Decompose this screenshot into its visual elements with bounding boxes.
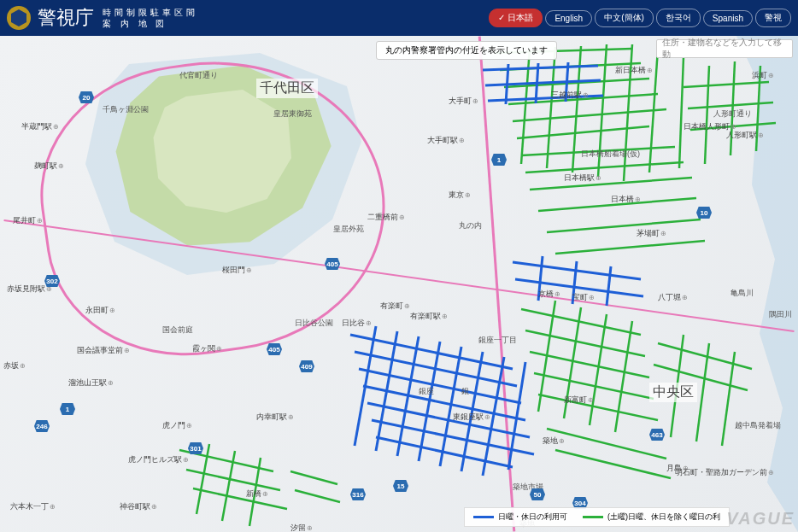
station-label: 国会議事堂前 [77,345,130,356]
station-label: 神谷町駅 [120,501,157,512]
station-label: 茅場町 [637,228,666,239]
station-label: 虎ノ門ヒルズ駅 [128,454,189,465]
place-label: 日本橋船着場(仮) [581,149,640,160]
station-label: 尾井町 [13,215,43,226]
station-label: 東京 [449,190,471,201]
place-label: 越中島発着場 [735,420,781,431]
watermark: VAGUE [726,509,795,529]
route-shield: 405 [325,258,340,270]
place-label: 国会前庭 [162,324,193,336]
station-label: 半蔵門駅 [21,121,59,132]
route-shield: 20 [79,91,94,103]
svg-line-18 [547,219,701,232]
station-label: 八丁堀 [658,292,688,303]
place-label: 銀座一丁目 [478,335,517,346]
station-label: 京橋 [538,289,560,300]
svg-line-43 [193,488,287,509]
station-label: 有楽町駅 [410,311,448,322]
station-label: 汐留 [290,523,313,532]
station-label: 日本橋人形町 [684,121,736,132]
svg-line-48 [295,490,340,502]
station-label: 新橋 [246,488,268,500]
svg-line-20 [684,82,769,87]
svg-line-42 [186,470,280,490]
svg-line-38 [722,352,735,446]
svg-line-65 [485,80,601,85]
svg-line-15 [525,162,684,172]
station-label: 明石町・聖路加ガーデン前 [675,467,774,478]
station-label: 桜田門 [222,265,252,276]
station-label: 日本橋駅 [564,172,601,184]
route-shield: 10 [696,207,712,219]
station-label: 浜町 [752,70,774,81]
station-label: 新日本橋 [615,65,653,76]
station-label: 新富町 [564,395,594,406]
station-label: 築地 [543,436,565,447]
lang-btn-4[interactable]: Spanish [703,10,753,26]
station-label: 内幸町駅 [256,412,294,423]
svg-line-74 [607,266,611,306]
map-canvas[interactable]: 千代田区中央区 皇居東御苑皇居外苑千鳥ヶ淵公園代官町通り国会前庭丸の内日本橋船着… [0,36,798,532]
app-subtitle: 時間制限駐車区間 案 内 地 図 [103,7,198,29]
svg-line-54 [372,420,534,454]
green-parking-zone-chuo [513,292,769,497]
route-shield: 301 [188,442,203,454]
station-label: 東銀座駅 [453,412,490,423]
route-shield: 50 [530,488,545,500]
route-shield: 1 [491,154,507,166]
route-shield: 316 [350,488,366,500]
place-label: 皇居東御苑 [273,108,312,120]
lang-btn-0[interactable]: ✓日本語 [489,9,543,27]
search-placeholder: 住所・建物名などを入力して移動 [662,37,787,61]
search-input[interactable]: 住所・建物名などを入力して移動 [656,39,793,58]
district-label: 中央区 [649,383,697,402]
svg-line-33 [615,321,632,432]
svg-line-16 [530,178,692,190]
place-label: 人形町通り [713,108,752,120]
station-label: 有楽町 [380,301,410,312]
route-shield: 409 [299,360,314,372]
station-label: 霞ヶ関 [192,343,222,354]
route-shield: 15 [393,480,408,492]
language-switcher: ✓日本語English中文(簡体)한국어Spanish警視 [489,9,791,27]
lang-btn-5[interactable]: 警視 [755,9,791,27]
place-label: 隅田川 [769,309,792,320]
lang-btn-1[interactable]: English [545,10,592,26]
place-label: 銀 [461,386,469,397]
station-label: 大手町駅 [427,135,465,146]
svg-line-29 [538,395,658,420]
station-label: 日本橋 [611,194,641,205]
mpd-logo [7,6,31,30]
route-shield: 463 [649,429,665,441]
station-label: 日比谷 [342,318,372,329]
svg-line-56 [355,326,376,446]
org-title: 警視庁 [38,5,94,31]
route-shield: 1 [60,403,75,415]
route-shield: 246 [34,420,50,432]
svg-line-21 [688,102,773,108]
station-label: 大手町 [449,96,478,107]
svg-line-64 [483,66,598,70]
place-label: 亀島川 [731,288,754,299]
place-label: 千鳥ヶ淵公園 [103,104,149,115]
station-label: 虎ノ門 [162,420,192,431]
svg-line-57 [376,331,397,451]
area-notice: 丸の内警察署管内の付近を表示しています [376,41,557,60]
place-label: 銀座 [419,386,434,397]
legend-blue: 日曜・休日の利用可 [473,512,567,523]
place-label: 丸の内 [459,220,482,231]
station-label: 永田町 [85,305,115,316]
lang-btn-2[interactable]: 中文(簡体) [595,9,654,27]
station-label: 二重橋前 [367,212,405,223]
svg-line-34 [658,343,752,369]
legend-green-line [583,516,603,518]
place-label: 日比谷公園 [295,318,333,329]
svg-line-39 [547,429,666,459]
legend-green: (土曜)日曜、休日を除く曜日の利 [583,512,720,523]
svg-line-13 [705,66,709,164]
lang-btn-3[interactable]: 한국어 [656,9,701,27]
header-bar: 警視庁 時間制限駐車区間 案 内 地 図 ✓日本語English中文(簡体)한국… [0,0,798,36]
station-label: 赤坂見附駅 [7,284,52,295]
svg-line-5 [517,126,649,138]
district-label: 千代田区 [256,79,318,98]
